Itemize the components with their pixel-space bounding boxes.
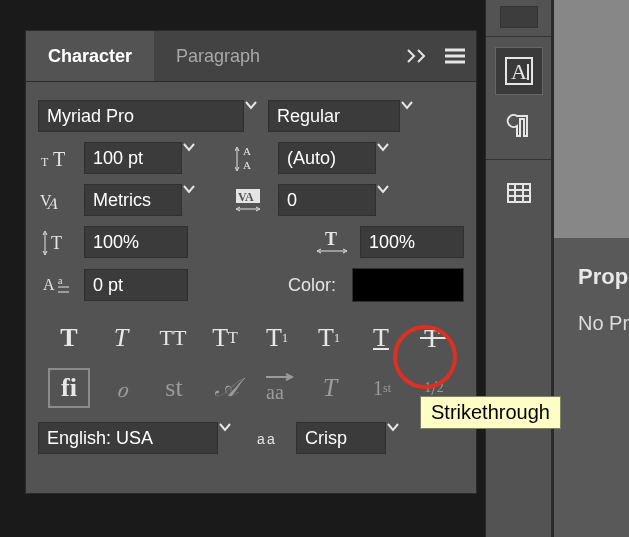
leading-dropdown[interactable] bbox=[376, 142, 390, 174]
superscript-button[interactable]: T1 bbox=[257, 318, 297, 358]
stylistic-alt-button[interactable]: aa bbox=[258, 368, 298, 408]
all-caps-button[interactable]: TT bbox=[153, 318, 193, 358]
titling-alt-button[interactable]: T bbox=[310, 368, 350, 408]
swash-button[interactable]: 𝒜 bbox=[206, 368, 246, 408]
faux-italic-button[interactable]: T bbox=[101, 318, 141, 358]
svg-text:T: T bbox=[51, 233, 62, 253]
tab-paragraph[interactable]: Paragraph bbox=[154, 31, 282, 81]
properties-empty: No Properties bbox=[554, 290, 629, 335]
subscript-button[interactable]: T1 bbox=[309, 318, 349, 358]
svg-text:a: a bbox=[267, 431, 275, 447]
leading-icon: AA bbox=[232, 145, 268, 171]
svg-rect-3 bbox=[508, 184, 530, 202]
tab-character[interactable]: Character bbox=[26, 31, 154, 81]
vertical-scale-icon: T bbox=[38, 229, 74, 255]
svg-text:A: A bbox=[243, 159, 251, 171]
font-size-field[interactable]: 100 pt bbox=[84, 142, 182, 174]
font-size-dropdown[interactable] bbox=[182, 142, 196, 174]
expand-icon[interactable] bbox=[406, 48, 430, 64]
dock-handle[interactable] bbox=[500, 6, 538, 28]
glyphs-panel-icon[interactable] bbox=[496, 170, 542, 216]
vertical-scale-field[interactable]: 100% bbox=[84, 226, 188, 258]
color-label: Color: bbox=[288, 275, 336, 296]
paragraph-panel-icon[interactable] bbox=[496, 103, 542, 149]
font-style-dropdown[interactable] bbox=[400, 100, 414, 132]
kerning-dropdown[interactable] bbox=[182, 184, 196, 216]
svg-text:A: A bbox=[243, 145, 251, 157]
tooltip: Strikethrough bbox=[420, 396, 561, 429]
dock-panel: A bbox=[485, 0, 553, 537]
tracking-field[interactable]: 0 bbox=[278, 184, 376, 216]
contextual-alt-button[interactable]: ℴ bbox=[102, 368, 142, 408]
font-style-field[interactable]: Regular bbox=[268, 100, 400, 132]
antialias-icon: aa bbox=[250, 426, 286, 450]
language-field[interactable]: English: USA bbox=[38, 422, 218, 454]
font-family-field[interactable]: Myriad Pro bbox=[38, 100, 244, 132]
svg-text:A: A bbox=[43, 276, 55, 293]
color-swatch[interactable] bbox=[352, 268, 464, 302]
tracking-dropdown[interactable] bbox=[376, 184, 390, 216]
svg-text:a: a bbox=[58, 275, 63, 286]
properties-title: Properties bbox=[554, 238, 629, 290]
discretionary-lig-button[interactable]: st bbox=[154, 368, 194, 408]
svg-text:T: T bbox=[325, 229, 337, 249]
leading-field[interactable]: (Auto) bbox=[278, 142, 376, 174]
kerning-field[interactable]: Metrics bbox=[84, 184, 182, 216]
svg-text:aa: aa bbox=[266, 381, 284, 403]
character-panel: Character Paragraph Myriad Pro Regular bbox=[25, 30, 477, 494]
opentype-row: fi ℴ st 𝒜 aa T 1st 1/2 bbox=[38, 368, 464, 408]
faux-bold-button[interactable]: T bbox=[49, 318, 89, 358]
horizontal-scale-field[interactable]: 100% bbox=[360, 226, 464, 258]
properties-header-bg bbox=[554, 0, 629, 238]
ordinals-button[interactable]: 1st bbox=[362, 368, 402, 408]
font-family-dropdown[interactable] bbox=[244, 100, 258, 132]
svg-text:VA: VA bbox=[238, 190, 254, 204]
svg-text:a: a bbox=[257, 431, 265, 447]
ligatures-button[interactable]: fi bbox=[48, 368, 90, 408]
svg-text:T: T bbox=[53, 148, 65, 170]
svg-text:A: A bbox=[511, 59, 527, 84]
svg-text:T: T bbox=[41, 155, 49, 169]
small-caps-button[interactable]: TT bbox=[205, 318, 245, 358]
tracking-icon: VA bbox=[232, 187, 268, 213]
language-dropdown[interactable] bbox=[218, 422, 232, 454]
kerning-icon: VA bbox=[38, 188, 74, 212]
antialias-dropdown[interactable] bbox=[386, 422, 400, 454]
panel-menu-icon[interactable] bbox=[444, 47, 466, 65]
baseline-shift-icon: Aa bbox=[38, 272, 74, 298]
text-style-row: T T TT TT T1 T1 T T bbox=[38, 318, 464, 358]
properties-panel: Properties No Properties bbox=[551, 0, 629, 537]
panel-tabs: Character Paragraph bbox=[26, 31, 476, 82]
font-size-icon: TT bbox=[38, 146, 74, 170]
antialias-field[interactable]: Crisp bbox=[296, 422, 386, 454]
underline-button[interactable]: T bbox=[361, 318, 401, 358]
strikethrough-button[interactable]: T bbox=[413, 318, 453, 358]
baseline-shift-field[interactable]: 0 pt bbox=[84, 269, 188, 301]
character-panel-icon[interactable]: A bbox=[495, 47, 543, 95]
horizontal-scale-icon: T bbox=[314, 229, 350, 255]
